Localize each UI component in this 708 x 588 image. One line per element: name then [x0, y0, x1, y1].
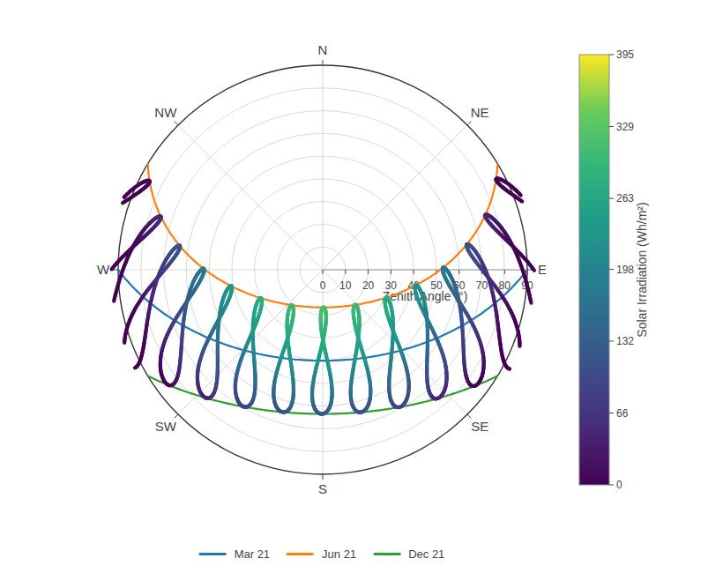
legend: Mar 21 Jun 21 Dec 21 [199, 547, 445, 561]
angular-tick [467, 122, 471, 125]
radial-tick-label: 50 [430, 279, 443, 292]
compass-label-n: N [318, 42, 328, 57]
colorbar-tick-label: 329 [616, 121, 634, 133]
analemma-hour-17 [124, 246, 180, 368]
compass-label-w: W [97, 262, 110, 277]
legend-label-mar-21: Mar 21 [235, 547, 270, 561]
legend-item-dec-21[interactable]: Dec 21 [373, 547, 444, 561]
compass-label-s: S [318, 481, 327, 496]
colorbar-tick-label: 0 [616, 479, 622, 491]
colorbar-gradient [579, 55, 609, 485]
legend-line-jun-21 [287, 553, 314, 555]
angular-tick [175, 122, 178, 125]
colorbar: Solar Irradiation (Wh/m²) 06613219826332… [579, 48, 649, 491]
compass-label-sw: SW [155, 419, 177, 434]
radial-tick-label: 20 [362, 279, 375, 292]
angular-tick [467, 414, 471, 418]
compass-label-se: SE [471, 419, 488, 434]
colorbar-tick-label: 263 [616, 192, 634, 205]
legend-label-jun-21: Jun 21 [322, 547, 356, 561]
colorbar-tick-label: 66 [616, 407, 629, 420]
compass-label-nw: NW [154, 105, 177, 120]
sun-path-polar-chart[interactable]: Zenith Angle (°) 0102030405060708090NNEE… [0, 0, 708, 588]
sun-path-figure: Zenith Angle (°) 0102030405060708090NNEE… [0, 0, 708, 588]
radial-tick-label: 0 [320, 279, 326, 292]
colorbar-tick-label: 132 [616, 335, 634, 347]
polar-grid [113, 60, 533, 480]
colorbar-tick-label: 198 [616, 264, 634, 276]
colorbar-tick-label: 395 [616, 48, 634, 61]
legend-line-dec-21 [373, 553, 400, 555]
radial-tick-label: 70 [476, 279, 488, 292]
analemma-hour-14 [235, 298, 262, 407]
legend-item-jun-21[interactable]: Jun 21 [287, 547, 356, 561]
analemma-hour-7 [466, 244, 519, 369]
colorbar-title: Solar Irradiation (Wh/m²) [635, 202, 649, 337]
legend-item-mar-21[interactable]: Mar 21 [199, 547, 270, 561]
analemma-hour-5 [496, 179, 523, 202]
compass-label-e: E [538, 262, 547, 277]
radial-tick-label: 30 [385, 279, 398, 292]
angular-tick [175, 414, 178, 418]
legend-label-dec-21: Dec 21 [408, 547, 444, 561]
compass-label-ne: NE [471, 105, 489, 120]
angular-gridline [178, 125, 323, 270]
analemma-hour-15 [197, 286, 232, 398]
analemma-hour-19 [123, 181, 150, 204]
legend-line-mar-21 [199, 553, 227, 555]
radial-tick-label: 10 [339, 279, 352, 292]
angular-gridline [323, 125, 467, 270]
